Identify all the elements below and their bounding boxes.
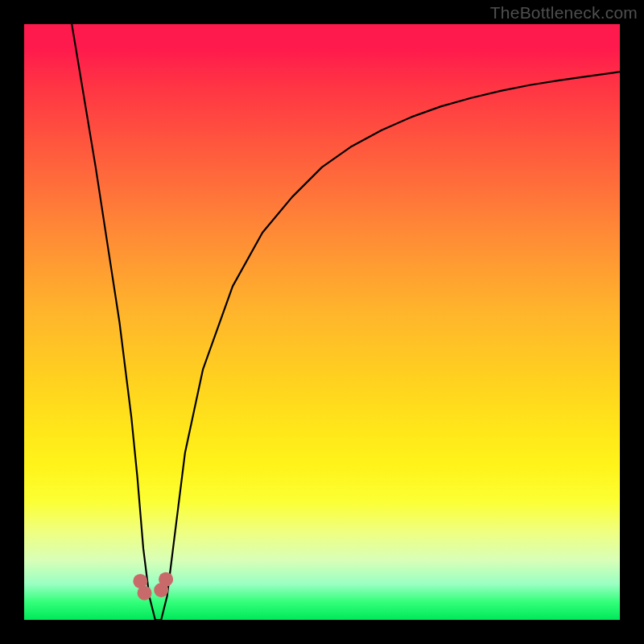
watermark: TheBottleneck.com bbox=[490, 3, 638, 23]
dot-d bbox=[159, 572, 173, 587]
chart-frame: TheBottleneck.com bbox=[0, 0, 644, 644]
bottleneck-curve-path bbox=[72, 24, 620, 620]
plot-area bbox=[24, 24, 620, 620]
dot-b bbox=[138, 586, 152, 601]
curve-layer bbox=[24, 24, 620, 620]
